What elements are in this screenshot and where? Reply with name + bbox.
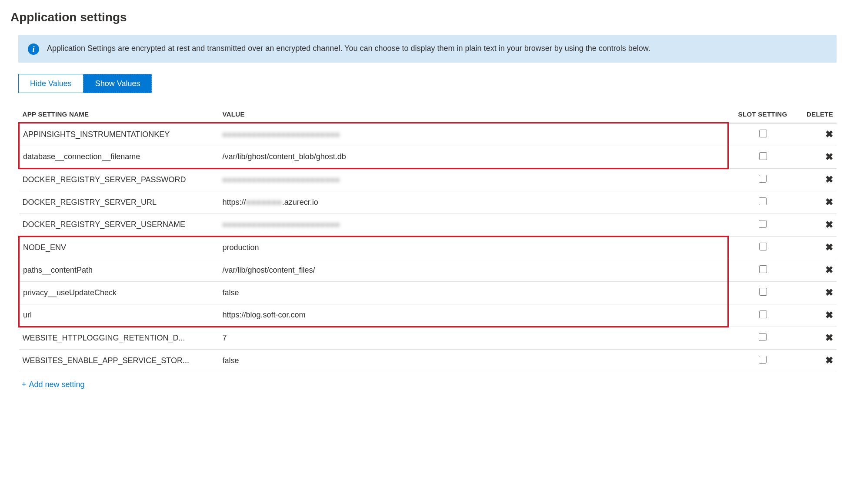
slot-setting-checkbox[interactable] (759, 288, 767, 296)
slot-setting-checkbox[interactable] (759, 197, 767, 205)
show-values-button[interactable]: Show Values (83, 74, 152, 93)
value-prefix: https:// (223, 198, 246, 207)
delete-icon[interactable]: ✖ (825, 175, 833, 184)
slot-setting-checkbox[interactable] (759, 333, 767, 341)
plus-icon: + (22, 380, 27, 389)
slot-setting-cell (728, 259, 797, 281)
redacted-value: ●●●●●●●●●●●●●●●●●●●●●●●● (223, 176, 340, 184)
setting-value[interactable]: /var/lib/ghost/content_files/ (219, 259, 728, 281)
slot-setting-checkbox[interactable] (759, 310, 767, 318)
table-row: DOCKER_REGISTRY_SERVER_URLhttps://●●●●●●… (19, 191, 837, 214)
slot-setting-cell (728, 123, 797, 146)
delete-cell: ✖ (797, 236, 837, 259)
slot-setting-checkbox[interactable] (759, 243, 767, 250)
table-row: DOCKER_REGISTRY_SERVER_PASSWORD●●●●●●●●●… (19, 168, 837, 191)
delete-icon[interactable]: ✖ (825, 333, 833, 343)
info-message: Application Settings are encrypted at re… (47, 43, 650, 55)
table-row: database__connection__filename/var/lib/g… (19, 146, 837, 168)
setting-value[interactable]: ●●●●●●●●●●●●●●●●●●●●●●●● (219, 123, 728, 146)
table-row: urlhttps://blog.soft-cor.com✖ (19, 304, 837, 327)
info-icon: i (28, 43, 39, 55)
slot-setting-checkbox[interactable] (759, 220, 767, 228)
slot-setting-cell (728, 146, 797, 168)
column-header-slot: SLOT SETTING (728, 106, 797, 123)
setting-value[interactable]: production (219, 236, 728, 259)
setting-value[interactable]: https://●●●●●●●.azurecr.io (219, 191, 728, 214)
slot-setting-cell (728, 168, 797, 191)
delete-cell: ✖ (797, 123, 837, 146)
delete-cell: ✖ (797, 281, 837, 304)
redacted-value: ●●●●●●●●●●●●●●●●●●●●●●●● (223, 130, 340, 139)
delete-cell: ✖ (797, 214, 837, 236)
delete-cell: ✖ (797, 191, 837, 214)
setting-name[interactable]: APPINSIGHTS_INSTRUMENTATIONKEY (19, 123, 219, 146)
slot-setting-cell (728, 281, 797, 304)
delete-icon[interactable]: ✖ (825, 288, 833, 297)
slot-setting-checkbox[interactable] (759, 130, 767, 137)
add-new-label: Add new setting (29, 380, 85, 389)
column-header-delete: DELETE (797, 106, 837, 123)
table-row: privacy__useUpdateCheckfalse✖ (19, 281, 837, 304)
delete-icon[interactable]: ✖ (825, 356, 833, 365)
redacted-value: ●●●●●●●●●●●●●●●●●●●●●●●● (223, 220, 340, 229)
slot-setting-cell (728, 327, 797, 349)
app-settings-table: APP SETTING NAME VALUE SLOT SETTING DELE… (18, 106, 837, 372)
delete-icon[interactable]: ✖ (825, 220, 833, 230)
values-toggle-group: Hide Values Show Values (18, 74, 152, 93)
delete-cell: ✖ (797, 146, 837, 168)
setting-name[interactable]: WEBSITE_HTTPLOGGING_RETENTION_D... (19, 327, 219, 349)
delete-cell: ✖ (797, 168, 837, 191)
delete-icon[interactable]: ✖ (825, 243, 833, 252)
setting-name[interactable]: DOCKER_REGISTRY_SERVER_URL (19, 191, 219, 214)
setting-value[interactable]: 7 (219, 327, 728, 349)
table-row: WEBSITE_HTTPLOGGING_RETENTION_D...7✖ (19, 327, 837, 349)
delete-icon[interactable]: ✖ (825, 152, 833, 162)
delete-icon[interactable]: ✖ (825, 197, 833, 207)
setting-value[interactable]: false (219, 281, 728, 304)
redacted-value: ●●●●●●● (246, 198, 282, 207)
setting-name[interactable]: privacy__useUpdateCheck (19, 281, 219, 304)
setting-value[interactable]: https://blog.soft-cor.com (219, 304, 728, 327)
setting-name[interactable]: DOCKER_REGISTRY_SERVER_PASSWORD (19, 168, 219, 191)
delete-icon[interactable]: ✖ (825, 310, 833, 320)
delete-cell: ✖ (797, 327, 837, 349)
slot-setting-cell (728, 304, 797, 327)
slot-setting-cell (728, 214, 797, 236)
slot-setting-checkbox[interactable] (759, 175, 767, 183)
setting-name[interactable]: url (19, 304, 219, 327)
setting-name[interactable]: NODE_ENV (19, 236, 219, 259)
slot-setting-checkbox[interactable] (759, 356, 767, 364)
table-row: APPINSIGHTS_INSTRUMENTATIONKEY●●●●●●●●●●… (19, 123, 837, 146)
table-row: NODE_ENVproduction✖ (19, 236, 837, 259)
slot-setting-checkbox[interactable] (759, 152, 767, 160)
delete-cell: ✖ (797, 304, 837, 327)
setting-name[interactable]: database__connection__filename (19, 146, 219, 168)
table-row: paths__contentPath/var/lib/ghost/content… (19, 259, 837, 281)
table-row: WEBSITES_ENABLE_APP_SERVICE_STOR...false… (19, 349, 837, 372)
delete-icon[interactable]: ✖ (825, 130, 833, 139)
setting-name[interactable]: DOCKER_REGISTRY_SERVER_USERNAME (19, 214, 219, 236)
info-banner: i Application Settings are encrypted at … (18, 35, 837, 63)
column-header-value: VALUE (219, 106, 728, 123)
setting-value[interactable]: ●●●●●●●●●●●●●●●●●●●●●●●● (219, 214, 728, 236)
setting-name[interactable]: WEBSITES_ENABLE_APP_SERVICE_STOR... (19, 349, 219, 372)
value-suffix: .azurecr.io (282, 198, 318, 207)
slot-setting-cell (728, 191, 797, 214)
column-header-name: APP SETTING NAME (19, 106, 219, 123)
slot-setting-cell (728, 349, 797, 372)
setting-value[interactable]: /var/lib/ghost/content_blob/ghost.db (219, 146, 728, 168)
page-title: Application settings (10, 10, 837, 24)
delete-cell: ✖ (797, 349, 837, 372)
slot-setting-checkbox[interactable] (759, 265, 767, 273)
delete-icon[interactable]: ✖ (825, 265, 833, 275)
setting-value[interactable]: ●●●●●●●●●●●●●●●●●●●●●●●● (219, 168, 728, 191)
setting-value[interactable]: false (219, 349, 728, 372)
slot-setting-cell (728, 236, 797, 259)
setting-name[interactable]: paths__contentPath (19, 259, 219, 281)
table-row: DOCKER_REGISTRY_SERVER_USERNAME●●●●●●●●●… (19, 214, 837, 236)
delete-cell: ✖ (797, 259, 837, 281)
hide-values-button[interactable]: Hide Values (18, 74, 83, 93)
add-new-setting-link[interactable]: + Add new setting (18, 372, 88, 393)
